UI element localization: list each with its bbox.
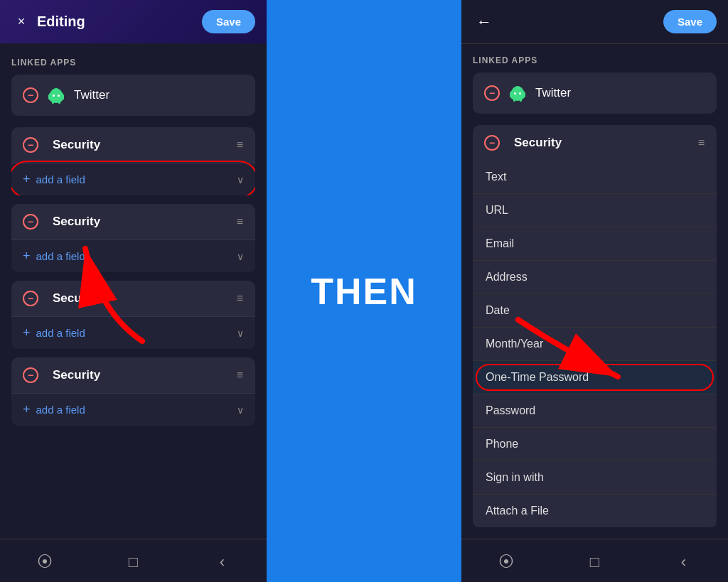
linked-apps-label-right: LINKED APPS (473, 55, 717, 65)
security-header-2: − Security ≡ (11, 204, 255, 239)
minus-icon-security-4[interactable]: − (23, 367, 38, 383)
plus-icon-1: + (23, 172, 31, 187)
security-block-4: − Security ≡ + add a field ∨ (11, 357, 255, 426)
plus-icon-4: + (23, 402, 31, 417)
add-field-row-1[interactable]: + add a field ∨ (11, 163, 255, 195)
minus-icon-twitter-left[interactable]: − (23, 87, 38, 103)
hamburger-icon-1[interactable]: ≡ (237, 139, 244, 151)
nav-square-left[interactable]: □ (119, 548, 148, 576)
security-left-right: − Security (484, 135, 562, 151)
dropdown-address[interactable]: Address (473, 261, 717, 294)
dropdown-phone[interactable]: Phone (473, 428, 717, 461)
chevron-down-3[interactable]: ∨ (237, 328, 244, 339)
left-bottom-nav: ⦿ □ ‹ (0, 539, 267, 582)
add-field-label-4: add a field (36, 404, 85, 416)
security-left-4: − Security (23, 367, 100, 383)
circle-annotation-otp (476, 364, 714, 391)
hamburger-icon-right[interactable]: ≡ (698, 136, 705, 149)
dropdown-otp[interactable]: One-Time Password (473, 361, 717, 394)
nav-home-right[interactable]: ⦿ (492, 548, 520, 576)
svg-point-18 (514, 86, 521, 92)
add-field-row-4[interactable]: + add a field ∨ (11, 393, 255, 426)
dropdown-date[interactable]: Date (473, 294, 717, 328)
security-left-1: − Security (23, 137, 100, 153)
save-button-left[interactable]: Save (202, 10, 255, 33)
security-header-3: − Security ≡ (11, 281, 255, 316)
left-content: LINKED APPS − Twitter (0, 43, 267, 539)
twitter-name-right: Twitter (535, 86, 571, 100)
close-button[interactable]: × (11, 12, 31, 32)
nav-home-left[interactable]: ⦿ (31, 548, 59, 576)
security-block-3: − Security ≡ + add a field ∨ (11, 281, 255, 349)
svg-point-14 (514, 92, 516, 95)
editing-title: Editing (37, 14, 202, 30)
dropdown-text[interactable]: Text (473, 161, 717, 194)
security-header-1: − Security ≡ (11, 127, 255, 163)
add-field-row-3[interactable]: + add a field ∨ (11, 316, 255, 349)
dropdown-menu: Text URL Email Address Date Month/Year O… (473, 161, 717, 527)
svg-rect-21 (513, 98, 515, 102)
add-field-label-2: add a field (36, 250, 85, 262)
nav-back-right[interactable]: ‹ (670, 548, 698, 576)
minus-icon-security-3[interactable]: − (23, 291, 38, 306)
linked-apps-label-left: LINKED APPS (11, 58, 255, 68)
middle-panel: THEN (267, 0, 461, 582)
plus-icon-3: + (23, 325, 31, 340)
twitter-row-left[interactable]: − Twitter (11, 75, 255, 116)
svg-rect-20 (523, 92, 525, 97)
dropdown-password[interactable]: Password (473, 394, 717, 428)
chevron-down-2[interactable]: ∨ (237, 251, 244, 262)
security-title-4: Security (53, 368, 100, 382)
minus-icon-twitter-right[interactable]: − (484, 85, 500, 101)
add-field-label-3: add a field (36, 327, 85, 339)
dropdown-email[interactable]: Email (473, 227, 717, 261)
hamburger-icon-2[interactable]: ≡ (237, 215, 244, 228)
security-title-3: Security (53, 291, 100, 306)
nav-back-left[interactable]: ‹ (208, 548, 237, 576)
android-icon-left (46, 85, 67, 106)
android-icon-right (507, 82, 528, 104)
nav-square-right[interactable]: □ (581, 548, 609, 576)
minus-icon-security-right[interactable]: − (484, 135, 500, 151)
dropdown-attach[interactable]: Attach a File (473, 495, 717, 527)
svg-rect-10 (58, 100, 60, 104)
chevron-down-4[interactable]: ∨ (237, 404, 244, 416)
security-block-2: − Security ≡ + add a field ∨ (11, 204, 255, 272)
security-left-2: − Security (23, 214, 100, 230)
add-field-left-4: + add a field (23, 402, 85, 417)
plus-icon-2: + (23, 249, 31, 264)
svg-point-6 (53, 88, 60, 94)
right-header: ← Save (461, 0, 728, 44)
add-field-left-3: + add a field (23, 325, 85, 340)
dropdown-monthyear[interactable]: Month/Year (473, 328, 717, 361)
security-title-right: Security (514, 136, 562, 150)
add-field-label-1: add a field (36, 173, 85, 185)
dropdown-signinwith[interactable]: Sign in with (473, 461, 717, 495)
save-button-right[interactable]: Save (663, 10, 717, 33)
back-button-right[interactable]: ← (473, 13, 496, 31)
left-header: × Editing Save (0, 0, 267, 43)
hamburger-icon-4[interactable]: ≡ (237, 369, 244, 382)
dropdown-url[interactable]: URL (473, 194, 717, 227)
svg-rect-22 (520, 98, 522, 102)
svg-rect-9 (52, 100, 54, 104)
security-block-right: − Security ≡ (473, 125, 717, 161)
twitter-row-right[interactable]: − Twitter (473, 72, 717, 114)
add-field-row-2[interactable]: + add a field ∨ (11, 239, 255, 272)
right-bottom-nav: ⦿ □ ‹ (461, 539, 728, 582)
minus-icon-security-1[interactable]: − (23, 137, 38, 153)
security-title-2: Security (53, 215, 100, 229)
right-panel: ← Save LINKED APPS − Twitter (461, 0, 728, 582)
security-left-3: − Security (23, 291, 100, 306)
svg-point-3 (58, 95, 60, 97)
then-label: THEN (311, 270, 417, 313)
svg-rect-7 (48, 95, 50, 99)
security-header-4: − Security ≡ (11, 357, 255, 393)
chevron-down-1[interactable]: ∨ (237, 174, 244, 185)
twitter-name-left: Twitter (74, 88, 109, 102)
security-header-right: − Security ≡ (473, 125, 717, 161)
svg-point-2 (53, 95, 55, 97)
hamburger-icon-3[interactable]: ≡ (237, 292, 244, 305)
right-content: LINKED APPS − Twitter (461, 44, 728, 539)
minus-icon-security-2[interactable]: − (23, 214, 38, 230)
